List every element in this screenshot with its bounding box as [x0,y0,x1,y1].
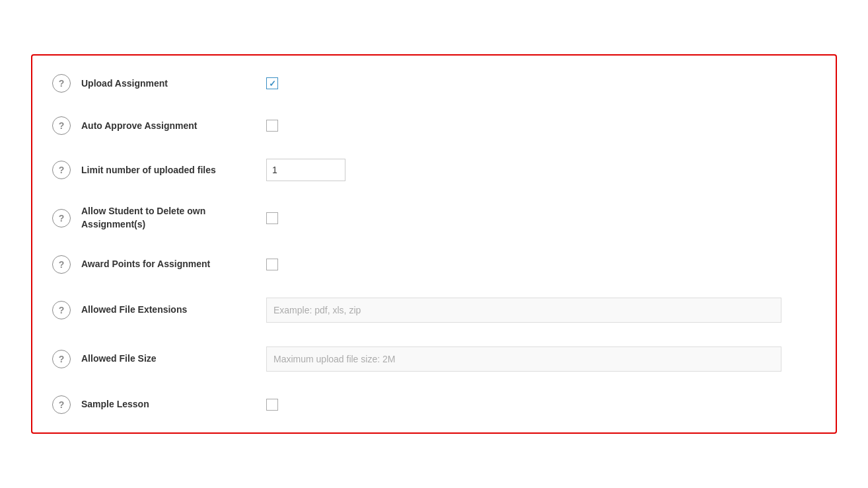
control-auto-approve [266,120,816,132]
row-file-size: ?Allowed File Size [46,335,822,384]
help-icon-file-size[interactable]: ? [52,350,71,368]
help-icon-upload-assignment[interactable]: ? [52,74,71,93]
control-file-extensions [266,298,816,323]
label-award-points: Award Points for Assignment [81,258,266,271]
help-icon-allow-delete[interactable]: ? [52,209,71,227]
help-icon-award-points[interactable]: ? [52,255,71,274]
help-icon-sample-lesson[interactable]: ? [52,395,71,414]
label-file-size: Allowed File Size [81,352,266,366]
outer-container: ?Upload Assignment?Auto Approve Assignme… [18,41,850,446]
checkbox-award-points[interactable] [266,259,278,270]
text-input-file-size[interactable] [266,346,781,372]
help-icon-limit-uploads[interactable]: ? [52,161,71,179]
control-upload-assignment [266,77,816,89]
row-limit-uploads: ?Limit number of uploaded files [46,147,822,193]
help-icon-auto-approve[interactable]: ? [52,116,71,135]
label-limit-uploads: Limit number of uploaded files [81,164,266,177]
control-allow-delete [266,212,816,224]
checkbox-auto-approve[interactable] [266,120,278,132]
label-sample-lesson: Sample Lesson [81,398,266,411]
form-panel: ?Upload Assignment?Auto Approve Assignme… [31,54,837,433]
row-auto-approve: ?Auto Approve Assignment [46,104,822,147]
checkbox-allow-delete[interactable] [266,212,278,224]
row-allow-delete: ?Allow Student to Delete own Assignment(… [46,193,822,243]
row-upload-assignment: ?Upload Assignment [46,62,822,104]
help-icon-file-extensions[interactable]: ? [52,301,71,319]
checkbox-upload-assignment[interactable] [266,77,278,89]
label-upload-assignment: Upload Assignment [81,77,266,91]
row-sample-lesson: ?Sample Lesson [46,384,822,426]
text-input-file-extensions[interactable] [266,298,781,323]
control-limit-uploads [266,159,816,181]
checkbox-sample-lesson[interactable] [266,399,278,411]
label-auto-approve: Auto Approve Assignment [81,120,266,133]
control-sample-lesson [266,399,816,411]
control-file-size [266,346,816,372]
number-input-limit-uploads[interactable] [266,159,345,181]
row-award-points: ?Award Points for Assignment [46,243,822,286]
label-file-extensions: Allowed File Extensions [81,304,266,317]
control-award-points [266,259,816,270]
label-allow-delete: Allow Student to Delete own Assignment(s… [81,205,266,231]
row-file-extensions: ?Allowed File Extensions [46,286,822,335]
